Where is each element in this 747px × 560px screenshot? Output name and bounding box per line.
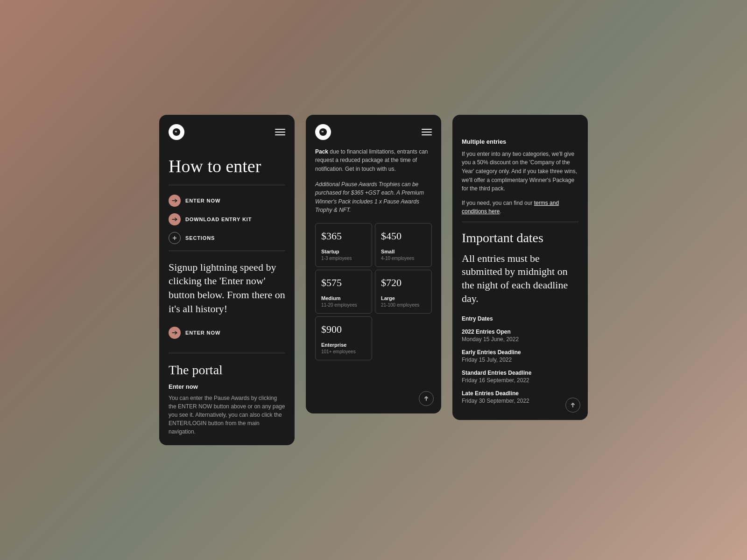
price-card-small: $450 Small 4-10 employees (375, 223, 432, 267)
arrow-icon (169, 195, 181, 207)
enter-now-nav-label: ENTER NOW (185, 198, 220, 203)
date-late-value: Friday 30 September, 2022 (462, 398, 578, 404)
enter-now-button[interactable]: ENTER NOW (169, 327, 285, 339)
enter-now-arrow-icon (169, 327, 181, 339)
tc-pretext: If you need, you can find our (462, 200, 532, 206)
scroll-up-button-3[interactable] (565, 398, 580, 413)
logo: ❝ (169, 124, 184, 140)
divider-mid (169, 251, 285, 251)
enter-now-nav[interactable]: ENTER NOW (169, 195, 285, 207)
portal-text: You can enter the Pause Awards by clicki… (169, 394, 285, 436)
sections-nav[interactable]: SECTIONS (169, 232, 285, 244)
panel3-header (452, 115, 588, 138)
menu-icon-2[interactable] (422, 129, 432, 135)
portal-title: The portal (169, 363, 285, 378)
price-small-amount: $450 (381, 230, 426, 242)
price-enterprise-tier: Enterprise (321, 342, 366, 348)
price-startup-tier: Startup (321, 249, 366, 254)
date-early-deadline: Early Entries Deadline Friday 15 July, 2… (462, 349, 578, 363)
date-standard-value: Friday 16 September, 2022 (462, 377, 578, 384)
divider-bottom (169, 353, 285, 353)
panel-how-to-enter: ❝ How to enter ENTER NOW (159, 115, 295, 446)
price-card-enterprise: $900 Enterprise 101+ employees (315, 316, 372, 360)
price-large-employees: 21-100 employees (381, 302, 426, 308)
panel-dates: Multiple entries If you enter into any t… (452, 115, 588, 420)
menu-icon[interactable] (275, 129, 285, 135)
date-standard-title: Standard Entries Deadline (462, 370, 578, 376)
panels-container: ❝ How to enter ENTER NOW (141, 96, 606, 464)
panel-pricing: ❝ Pack due to financial limitations, ent… (306, 115, 441, 413)
important-dates-title: Important dates (462, 231, 578, 245)
divider-top (169, 185, 285, 185)
all-entries-text: All entries must be submitted by midnigh… (462, 252, 578, 305)
divider-panel3 (462, 222, 578, 222)
date-early-value: Friday 15 July, 2022 (462, 357, 578, 363)
price-large-amount: $720 (381, 277, 426, 289)
download-entry-kit-label: DOWNLOAD ENTRY KIT (185, 217, 252, 222)
pricing-grid-top: $365 Startup 1-3 employees $450 Small 4-… (315, 223, 432, 314)
panel1-header: ❝ (159, 115, 295, 147)
price-medium-tier: Medium (321, 295, 366, 301)
entry-dates-label: Entry Dates (462, 315, 578, 322)
price-medium-amount: $575 (321, 277, 366, 289)
enter-now-subtitle: Enter now (169, 383, 285, 390)
date-late-deadline: Late Entries Deadline Friday 30 Septembe… (462, 390, 578, 404)
date-entries-open: 2022 Entries Open Monday 15 June, 2022 (462, 329, 578, 343)
multiple-entries-text1: If you enter into any two categories, we… (462, 150, 578, 193)
enter-now-button-label: ENTER NOW (185, 330, 220, 336)
price-enterprise-employees: 101+ employees (321, 349, 366, 354)
price-large-tier: Large (381, 295, 426, 301)
price-startup-amount: $365 (321, 230, 366, 242)
date-late-title: Late Entries Deadline (462, 390, 578, 397)
price-card-large: $720 Large 21-100 employees (375, 270, 432, 314)
svg-text:❝: ❝ (321, 129, 324, 134)
signup-text: Signup lightning speed by clicking the '… (169, 260, 285, 316)
panel2-header: ❝ (306, 115, 441, 147)
price-small-tier: Small (381, 249, 426, 254)
tc-period: . (500, 208, 501, 215)
page-title: How to enter (169, 157, 285, 176)
scroll-up-button[interactable] (419, 391, 434, 406)
date-entries-open-value: Monday 15 June, 2022 (462, 336, 578, 343)
pack-italic-text: Additional Pause Awards Trophies can be … (315, 180, 432, 215)
arrow-icon-2 (169, 213, 181, 225)
sections-label: SECTIONS (185, 235, 215, 241)
svg-text:❝: ❝ (175, 129, 177, 134)
price-enterprise-amount: $900 (321, 323, 366, 336)
download-entry-kit-nav[interactable]: DOWNLOAD ENTRY KIT (169, 213, 285, 225)
plus-icon (169, 232, 181, 244)
pack-bold: Pack (315, 148, 328, 155)
price-startup-employees: 1-3 employees (321, 256, 366, 261)
pack-rest: due to financial limitations, entrants c… (315, 148, 428, 172)
price-medium-employees: 11-20 employees (321, 302, 366, 308)
multiple-entries-title: Multiple entries (462, 138, 578, 145)
price-small-employees: 4-10 employees (381, 256, 426, 261)
date-standard-deadline: Standard Entries Deadline Friday 16 Sept… (462, 370, 578, 384)
date-early-title: Early Entries Deadline (462, 349, 578, 356)
multiple-entries-text2: If you need, you can find our terms and … (462, 199, 578, 216)
pack-description: Pack due to financial limitations, entra… (315, 147, 432, 174)
price-card-medium: $575 Medium 11-20 employees (315, 270, 372, 314)
logo-2: ❝ (315, 124, 331, 140)
price-card-startup: $365 Startup 1-3 employees (315, 223, 372, 267)
date-entries-open-title: 2022 Entries Open (462, 329, 578, 335)
